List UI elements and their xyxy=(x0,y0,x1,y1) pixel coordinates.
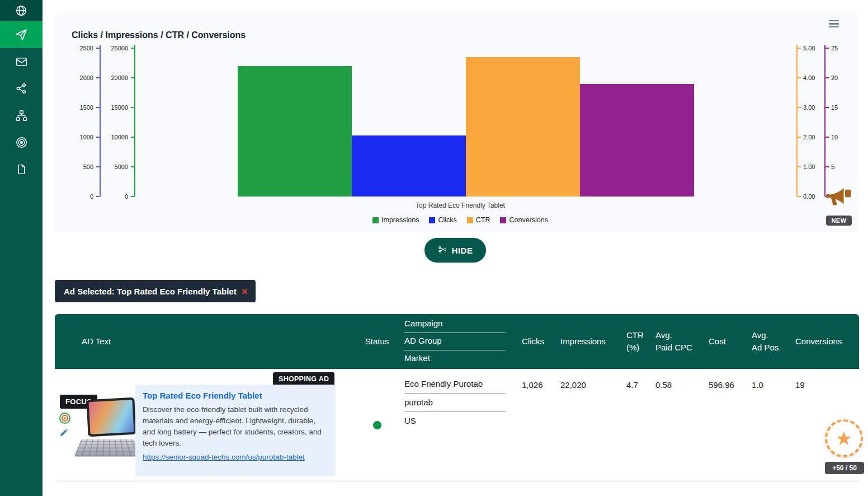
chart-title: Clicks / Impressions / CTR / Conversions xyxy=(72,30,849,40)
axis-ctr: 5.004.003.002.001.000.00 xyxy=(796,48,824,196)
share-icon xyxy=(15,82,27,95)
axis-tick-label: 1.00 xyxy=(803,163,815,170)
status-cell xyxy=(357,369,397,481)
clicks-value: 1,026 xyxy=(513,369,551,481)
table-header: AD Text Status Campaign AD Group Market … xyxy=(55,314,859,369)
campaign-cell: Eco Friendly Purotab purotab US xyxy=(397,369,513,481)
axis-tick-label: 10000 xyxy=(111,134,128,141)
scissors-icon xyxy=(438,245,447,256)
axis-tick-label: 4.00 xyxy=(803,74,815,81)
col-pos-line2: Ad Pos. xyxy=(752,341,795,354)
legend-item-clicks[interactable]: Clicks xyxy=(429,216,456,224)
rewards-fab[interactable]: ★ xyxy=(825,419,863,457)
bar-impressions[interactable] xyxy=(238,66,352,196)
star-icon: ★ xyxy=(836,429,852,448)
ad-group-value: purotab xyxy=(404,397,506,412)
x-axis-category-label: Top Rated Eco Friendly Tablet xyxy=(72,202,849,209)
cost-value: 596.96 xyxy=(698,369,751,481)
hide-chart-button[interactable]: HIDE xyxy=(424,238,487,263)
axis-conversions: 2520151050 xyxy=(824,48,849,196)
legend-label: CTR xyxy=(476,216,490,224)
legend-item-ctr[interactable]: CTR xyxy=(467,216,490,224)
ad-preview: Top Rated Eco Friendly Tablet Discover t… xyxy=(135,385,336,476)
table-row[interactable]: FOCUS S xyxy=(55,369,859,482)
avg-paid-cpc-value: 0.58 xyxy=(645,369,698,481)
axis-tick-label: 20 xyxy=(831,74,838,81)
col-ctr[interactable]: CTR (%) xyxy=(616,329,645,354)
axis-tick-label: 3.00 xyxy=(803,104,815,111)
axis-tick-label: 1000 xyxy=(80,134,93,141)
focus-target-icon[interactable] xyxy=(59,412,71,427)
col-ad-group[interactable]: AD Group xyxy=(404,333,506,350)
axis-impressions: 2500020000150001000050000 xyxy=(101,48,135,196)
axis-tick-label: 2.00 xyxy=(803,134,815,141)
sidebar-item-globe[interactable] xyxy=(0,0,43,21)
col-market[interactable]: Market xyxy=(404,350,506,367)
promo-widget[interactable]: NEW xyxy=(824,187,853,226)
ad-selected-banner: Ad Selected: Top Rated Eco Friendly Tabl… xyxy=(55,280,256,302)
legend-label: Conversions xyxy=(509,216,548,224)
col-ctr-line2: (%) xyxy=(626,341,645,354)
target-icon xyxy=(15,136,28,149)
axis-tick-label: 10 xyxy=(831,134,838,141)
sidebar-item-document[interactable] xyxy=(0,156,43,183)
axis-clicks: 25002000150010005000 xyxy=(72,48,101,196)
bar-ctr[interactable] xyxy=(466,57,580,196)
megaphone-icon xyxy=(824,187,853,213)
col-cost[interactable]: Cost xyxy=(698,335,751,348)
legend-label: Impressions xyxy=(381,216,419,224)
plot xyxy=(135,48,796,196)
axis-tick-label: 0 xyxy=(125,193,128,200)
bar-conversions[interactable] xyxy=(580,84,694,196)
sidebar-item-sitemap[interactable] xyxy=(0,102,43,129)
chart-menu-icon[interactable] xyxy=(829,17,840,31)
axis-tick-label: 2000 xyxy=(80,74,93,81)
col-conversions[interactable]: Conversions xyxy=(795,335,859,348)
axis-tick-label: 5.00 xyxy=(803,45,815,52)
document-icon xyxy=(16,163,27,175)
legend-swatch xyxy=(500,217,506,223)
legend-swatch xyxy=(372,217,379,223)
chart-plot-area: 25002000150010005000 2500020000150001000… xyxy=(72,48,849,196)
ad-cell: FOCUS S xyxy=(55,369,357,481)
mail-icon xyxy=(15,55,28,68)
ctr-value: 4.7 xyxy=(616,369,645,481)
bar-clicks[interactable] xyxy=(352,135,466,196)
legend-label: Clicks xyxy=(438,216,456,224)
col-clicks[interactable]: Clicks xyxy=(513,335,551,348)
sidebar-item-target[interactable] xyxy=(0,129,43,156)
col-status[interactable]: Status xyxy=(357,335,397,348)
axis-tick-label: 2500 xyxy=(80,45,93,52)
sidebar-item-share[interactable] xyxy=(0,75,43,102)
impressions-value: 22,020 xyxy=(551,369,616,481)
sidebar-item-send[interactable] xyxy=(0,21,43,48)
col-pos-line1: Avg. xyxy=(752,329,795,341)
col-impressions[interactable]: Impressions xyxy=(551,335,616,348)
campaign-value: Eco Friendly Purotab xyxy=(404,379,506,394)
col-campaign[interactable]: Campaign xyxy=(404,316,506,333)
ad-title[interactable]: Top Rated Eco Friendly Tablet xyxy=(143,391,328,400)
legend-item-conversions[interactable]: Conversions xyxy=(500,216,548,224)
globe-icon xyxy=(15,4,27,17)
ad-url-link[interactable]: https://senior-squad-techs.com/us/purota… xyxy=(143,453,305,461)
plot-bars xyxy=(135,48,796,196)
axis-tick-label: 5 xyxy=(831,163,834,170)
col-avg-paid-cpc[interactable]: Avg. Paid CPC xyxy=(645,329,698,354)
col-ad-text[interactable]: AD Text xyxy=(55,335,357,348)
axis-tick-label: 15000 xyxy=(111,104,128,111)
sidebar-item-mail[interactable] xyxy=(0,48,43,75)
legend-item-impressions[interactable]: Impressions xyxy=(372,216,419,224)
col-ctr-line1: CTR xyxy=(626,329,645,341)
rewards-counter: +50 / 50 xyxy=(825,462,864,474)
main-content: Clicks / Impressions / CTR / Conversions… xyxy=(43,12,868,482)
axis-tick-label: 500 xyxy=(83,163,93,170)
ad-product-image xyxy=(78,397,137,462)
new-badge: NEW xyxy=(826,216,851,226)
clear-selection-icon[interactable]: × xyxy=(242,286,248,297)
axis-tick-label: 15 xyxy=(831,104,838,111)
sidebar xyxy=(0,0,43,496)
edit-ad-icon[interactable] xyxy=(59,428,68,439)
col-avg-ad-pos[interactable]: Avg. Ad Pos. xyxy=(751,329,795,354)
axis-tick-label: 20000 xyxy=(111,74,128,81)
axis-tick-label: 5000 xyxy=(115,163,128,170)
